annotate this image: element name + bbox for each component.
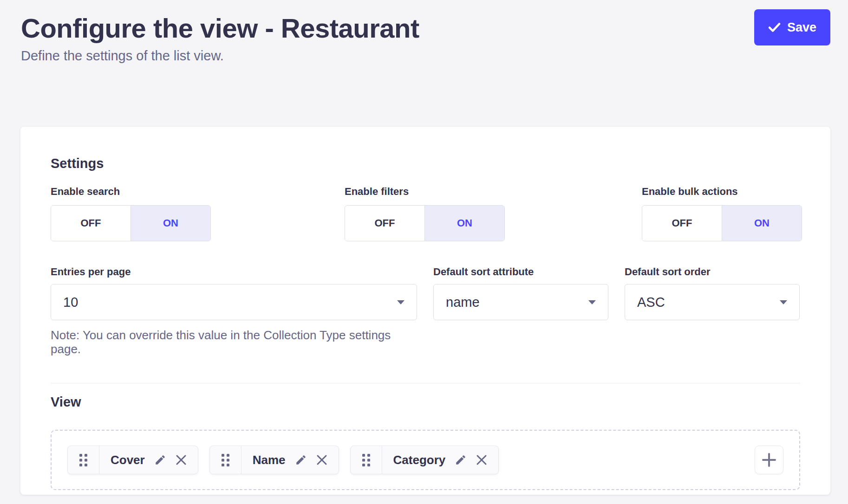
default-sort-order-field: Default sort order ASC xyxy=(625,266,800,356)
field-chip-name[interactable]: Name xyxy=(209,446,339,474)
settings-card: Settings Enable search OFF ON Enable fil… xyxy=(20,127,830,495)
page-header: Configure the view - Restaurant Define t… xyxy=(0,0,848,64)
enable-search-off-button[interactable]: OFF xyxy=(51,206,130,241)
caret-down-icon xyxy=(588,300,596,304)
settings-heading: Settings xyxy=(51,155,800,171)
enable-bulk-actions-on-button[interactable]: ON xyxy=(722,206,802,241)
enable-bulk-actions-field: Enable bulk actions OFF ON xyxy=(642,186,802,241)
section-divider xyxy=(51,383,800,383)
enable-bulk-actions-off-button[interactable]: OFF xyxy=(642,206,722,241)
pencil-icon xyxy=(295,454,307,466)
enable-search-field: Enable search OFF ON xyxy=(51,186,345,241)
drag-handle[interactable] xyxy=(210,446,241,474)
default-sort-attribute-label: Default sort attribute xyxy=(433,266,608,278)
check-icon xyxy=(768,22,781,32)
remove-field-button[interactable] xyxy=(316,454,327,465)
drag-dots-icon xyxy=(79,454,87,466)
entries-per-page-value: 10 xyxy=(63,295,78,310)
entries-per-page-select[interactable]: 10 xyxy=(51,284,417,320)
view-heading: View xyxy=(51,394,800,410)
close-icon xyxy=(316,454,327,465)
enable-bulk-actions-label: Enable bulk actions xyxy=(642,186,802,198)
remove-field-button[interactable] xyxy=(176,454,187,465)
field-chip-cover[interactable]: Cover xyxy=(67,446,198,474)
enable-filters-label: Enable filters xyxy=(345,186,642,198)
drag-handle[interactable] xyxy=(68,446,99,474)
plus-icon xyxy=(761,452,777,468)
close-icon xyxy=(476,454,487,465)
entries-per-page-field: Entries per page 10 Note: You can overri… xyxy=(51,266,417,356)
default-sort-attribute-field: Default sort attribute name xyxy=(433,266,608,356)
chip-label: Name xyxy=(253,453,286,467)
save-button[interactable]: Save xyxy=(754,9,830,45)
enable-filters-toggle: OFF ON xyxy=(345,205,505,241)
chip-body: Cover xyxy=(99,446,198,474)
save-button-label: Save xyxy=(787,20,816,35)
pencil-icon xyxy=(154,454,166,466)
enable-search-toggle: OFF ON xyxy=(51,205,211,241)
field-dropzone: Cover Name xyxy=(51,430,800,490)
caret-down-icon xyxy=(780,300,787,304)
field-chip-category[interactable]: Category xyxy=(350,446,499,474)
edit-field-button[interactable] xyxy=(154,454,166,466)
entries-per-page-label: Entries per page xyxy=(51,266,417,278)
selects-row: Entries per page 10 Note: You can overri… xyxy=(51,266,800,356)
default-sort-attribute-value: name xyxy=(446,295,480,310)
chip-label: Category xyxy=(393,453,446,467)
default-sort-attribute-select[interactable]: name xyxy=(433,284,608,320)
chip-label: Cover xyxy=(111,453,145,467)
drag-dots-icon xyxy=(222,454,229,466)
enable-filters-on-button[interactable]: ON xyxy=(424,206,504,241)
entries-per-page-note: Note: You can override this value in the… xyxy=(51,328,417,356)
toggles-row: Enable search OFF ON Enable filters OFF … xyxy=(51,186,800,241)
page-subtitle: Define the settings of the list view. xyxy=(21,48,830,64)
page-title: Configure the view - Restaurant xyxy=(21,13,830,44)
add-field-button[interactable] xyxy=(755,446,783,474)
default-sort-order-label: Default sort order xyxy=(625,266,800,278)
enable-filters-field: Enable filters OFF ON xyxy=(345,186,642,241)
enable-search-label: Enable search xyxy=(51,186,345,198)
enable-search-on-button[interactable]: ON xyxy=(130,206,210,241)
pencil-icon xyxy=(455,454,467,466)
chip-body: Category xyxy=(382,446,499,474)
chip-body: Name xyxy=(241,446,339,474)
default-sort-order-select[interactable]: ASC xyxy=(625,284,800,320)
caret-down-icon xyxy=(397,300,404,304)
enable-filters-off-button[interactable]: OFF xyxy=(345,206,424,241)
remove-field-button[interactable] xyxy=(476,454,487,465)
enable-bulk-actions-toggle: OFF ON xyxy=(642,205,802,241)
drag-dots-icon xyxy=(362,454,370,466)
edit-field-button[interactable] xyxy=(455,454,467,466)
drag-handle[interactable] xyxy=(351,446,382,474)
edit-field-button[interactable] xyxy=(295,454,307,466)
close-icon xyxy=(176,454,187,465)
default-sort-order-value: ASC xyxy=(637,295,665,310)
